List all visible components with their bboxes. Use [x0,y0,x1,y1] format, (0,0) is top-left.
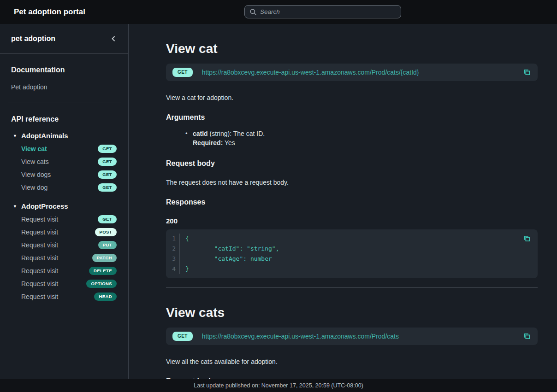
collapse-sidebar-button[interactable] [110,35,117,42]
code-line: 3 "catAge": number [166,254,538,264]
line-number: 3 [166,254,180,264]
nav-item-label: View cat [21,145,47,152]
footer: Last update published on: November 17, 2… [0,379,557,392]
operation-description: View a cat for adoption. [166,94,538,101]
nav-item-label: Request visit [21,241,58,249]
code-text: "catId": "string", [180,244,279,254]
nav-item-label: View dogs [21,171,51,178]
operation-title-view-cat: View cat [166,41,538,57]
api-reference-heading: API reference [11,115,117,123]
sidebar-item-request-visit[interactable]: Request visitOPTIONS [0,277,128,290]
nav-group-adoptanimals[interactable]: ▼AdoptAnimals [13,132,128,140]
app-title: Pet adoption portal [14,7,85,17]
sidebar-item-view-cats[interactable]: View catsGET [0,155,128,168]
copy-icon [523,332,531,340]
search-input[interactable] [260,8,396,15]
sidebar-item-request-visit[interactable]: Request visitPATCH [0,252,128,264]
sidebar-item-request-visit[interactable]: Request visitGET [0,213,128,226]
method-badge-get: GET [98,158,117,166]
sidebar-item-request-visit[interactable]: Request visitPOST [0,226,128,239]
chevron-left-icon [110,35,117,42]
sidebar-header: pet adoption [0,24,128,54]
argument-required-value: Yes [223,139,235,146]
sidebar-title: pet adoption [11,35,55,43]
documentation-heading: Documentation [11,66,117,74]
sidebar-item-view-dog[interactable]: View dogGET [0,181,128,194]
code-text: } [180,264,189,274]
code-text: "catAge": number [180,254,272,264]
method-badge-delete: DELETE [89,267,117,275]
nav-group-name: AdoptAnimals [21,132,68,140]
code-line: 2 "catId": "string", [166,244,538,254]
method-badge-get: GET [98,170,117,179]
method-badge-get: GET [98,145,117,153]
request-body-text: The request does not have a request body… [166,179,538,186]
argument-required-label: Required: [193,139,223,146]
sidebar-item-request-visit[interactable]: Request visitDELETE [0,264,128,277]
nav-item-label: Request visit [21,228,58,236]
nav-item-label: Request visit [21,280,58,287]
response-status-code: 200 [166,217,538,225]
sidebar-item-request-visit[interactable]: Request visitHEAD [0,290,128,303]
line-number: 1 [166,234,180,244]
copy-url-button[interactable] [523,68,531,76]
nav-item-label: Request visit [21,293,58,300]
nav-item-label: Request visit [21,267,58,275]
nav-item-label: Request visit [21,254,58,262]
sidebar-content: Documentation Pet adoption API reference… [0,54,128,303]
arguments-heading: Arguments [166,113,538,122]
method-badge-get: GET [98,183,117,192]
code-line: 1{ [166,234,538,244]
nav-group-adoptprocess[interactable]: ▼AdoptProcess [13,202,128,210]
copy-code-button[interactable] [523,234,531,243]
argument-description: (string): The cat ID. [208,130,265,137]
nav-group-name: AdoptProcess [21,202,68,210]
method-badge-get: GET [98,215,117,223]
argument-name: catId [193,130,208,137]
sidebar-item-view-cat[interactable]: View catGET [0,142,128,155]
copy-icon [523,234,531,243]
endpoint-bar-view-cat: GET https://ra8obxcevg.execute-api.us-we… [166,64,538,81]
code-line: 4} [166,264,538,274]
endpoint-bar-view-cats: GET https://ra8obxcevg.execute-api.us-we… [166,328,538,345]
sidebar-item-view-dogs[interactable]: View dogsGET [0,168,128,181]
copy-url-button[interactable] [523,332,531,340]
nav-item-label: View cats [21,158,49,165]
nav-item-label: Request visit [21,216,58,223]
triangle-down-icon: ▼ [13,204,17,209]
main-content: View cat GET https://ra8obxcevg.execute-… [129,24,557,392]
request-body-heading: Request body [166,159,538,168]
copy-icon [523,68,531,76]
responses-heading: Responses [166,198,538,206]
endpoint-url-view-cat[interactable]: https://ra8obxcevg.execute-api.us-west-1… [202,69,419,76]
response-code-block: 1{2 "catId": "string",3 "catAge": number… [166,229,538,278]
method-badge-get: GET [172,332,193,341]
operation-title-view-cats: View cats [166,305,538,321]
arguments-list: catId (string): The cat ID. Required: Ye… [166,129,538,147]
endpoint-url-view-cats[interactable]: https://ra8obxcevg.execute-api.us-west-1… [202,333,399,340]
operation-description: View all the cats available for adoption… [166,358,538,365]
method-badge-patch: PATCH [92,254,117,262]
operation-divider [166,287,538,288]
top-header: Pet adoption portal [0,0,557,24]
method-badge-head: HEAD [94,293,117,301]
code-text: { [180,234,189,244]
nav-item-label: View dog [21,184,47,191]
sidebar: pet adoption Documentation Pet adoption … [0,24,129,392]
line-number: 4 [166,264,180,274]
method-badge-options: OPTIONS [86,280,117,288]
triangle-down-icon: ▼ [13,134,17,138]
sidebar-item-request-visit[interactable]: Request visitPUT [0,239,128,252]
method-badge-put: PUT [98,241,117,249]
method-badge-get: GET [172,68,193,77]
search-box[interactable] [244,5,401,18]
sidebar-item-pet-adoption[interactable]: Pet adoption [11,83,117,91]
argument-item: catId (string): The cat ID. Required: Ye… [193,129,538,147]
api-nav: ▼AdoptAnimalsView catGETView catsGETView… [0,132,128,303]
line-number: 2 [166,244,180,254]
last-update-text: Last update published on: November 17, 2… [194,382,363,389]
search-icon [249,8,257,16]
sidebar-divider [8,103,121,103]
method-badge-post: POST [95,228,117,236]
